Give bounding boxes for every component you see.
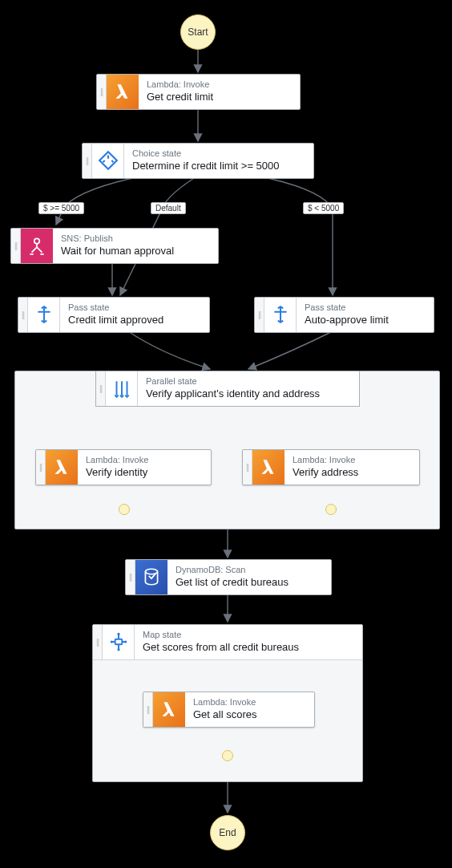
drag-handle[interactable]	[93, 625, 103, 659]
state-verify-address[interactable]: Lambda: Invoke Verify address	[242, 449, 420, 485]
service-label: Parallel state	[146, 376, 351, 387]
branch-end-dot	[325, 504, 337, 515]
svg-rect-2	[115, 639, 122, 645]
edge-label-default: Default	[151, 202, 186, 214]
state-name: Get all scores	[193, 708, 306, 721]
state-name: Wait for human approval	[61, 245, 210, 258]
state-name: Determine if credit limit >= 5000	[132, 160, 305, 172]
service-label: Lambda: Invoke	[193, 697, 306, 708]
svg-point-3	[117, 633, 119, 635]
drag-handle[interactable]	[83, 144, 92, 178]
drag-handle[interactable]	[11, 229, 21, 263]
branch-end-dot	[222, 750, 233, 761]
start-terminal: Start	[180, 14, 216, 50]
state-name: Get list of credit bureaus	[176, 576, 323, 589]
drag-handle[interactable]	[36, 450, 46, 485]
pass-icon	[264, 298, 297, 332]
drag-handle[interactable]	[243, 450, 252, 485]
sns-icon	[21, 229, 53, 263]
pass-icon	[28, 298, 60, 332]
service-label: DynamoDB: Scan	[176, 565, 323, 575]
state-name: Get scores from all credit bureaus	[143, 641, 354, 654]
service-label: SNS: Publish	[61, 233, 210, 244]
state-verify-identity[interactable]: Lambda: Invoke Verify identity	[35, 449, 212, 485]
state-auto-approve[interactable]: Pass state Auto-approve limit	[254, 297, 434, 333]
lambda-icon	[107, 75, 139, 109]
state-name: Auto-approve limit	[305, 314, 426, 327]
map-icon	[103, 625, 135, 659]
drag-handle[interactable]	[143, 692, 153, 727]
state-wait-human[interactable]: SNS: Publish Wait for human approval	[10, 228, 219, 264]
parallel-icon	[106, 371, 138, 406]
svg-point-4	[117, 649, 119, 651]
state-name: Verify identity	[86, 466, 203, 479]
drag-handle[interactable]	[97, 75, 107, 109]
choice-icon	[92, 144, 124, 178]
drag-handle[interactable]	[18, 298, 28, 332]
service-label: Lambda: Invoke	[147, 79, 292, 90]
service-label: Pass state	[68, 302, 201, 313]
service-label: Pass state	[305, 302, 426, 313]
state-name: Credit limit approved	[68, 314, 201, 327]
lambda-icon	[252, 450, 285, 485]
state-get-credit-limit[interactable]: Lambda: Invoke Get credit limit	[96, 74, 301, 110]
state-choice-determine[interactable]: Choice state Determine if credit limit >…	[82, 143, 314, 179]
lambda-icon	[46, 450, 78, 485]
branch-end-dot	[119, 504, 130, 515]
drag-handle[interactable]	[255, 298, 264, 332]
drag-handle[interactable]	[126, 560, 135, 594]
start-label: Start	[188, 26, 208, 38]
edge-label-ge5000: $ >= 5000	[38, 202, 84, 214]
service-label: Choice state	[132, 148, 305, 159]
end-label: End	[219, 827, 236, 838]
edge-label-lt5000: $ < 5000	[303, 202, 344, 214]
service-label: Lambda: Invoke	[86, 455, 203, 465]
service-label: Map state	[143, 630, 354, 640]
drag-handle[interactable]	[96, 371, 106, 406]
state-get-bureaus[interactable]: DynamoDB: Scan Get list of credit bureau…	[125, 559, 332, 595]
state-name: Verify applicant's identity and address	[146, 387, 351, 400]
svg-point-6	[124, 641, 127, 643]
svg-point-5	[110, 641, 112, 643]
state-get-all-scores[interactable]: Lambda: Invoke Get all scores	[143, 692, 315, 728]
state-credit-approved[interactable]: Pass state Credit limit approved	[18, 297, 210, 333]
svg-point-0	[34, 239, 40, 245]
lambda-icon	[153, 692, 185, 727]
state-name: Get credit limit	[147, 91, 292, 103]
service-label: Lambda: Invoke	[293, 455, 411, 465]
dynamodb-icon	[135, 560, 167, 594]
state-name: Verify address	[293, 466, 411, 479]
end-terminal: End	[210, 815, 245, 850]
